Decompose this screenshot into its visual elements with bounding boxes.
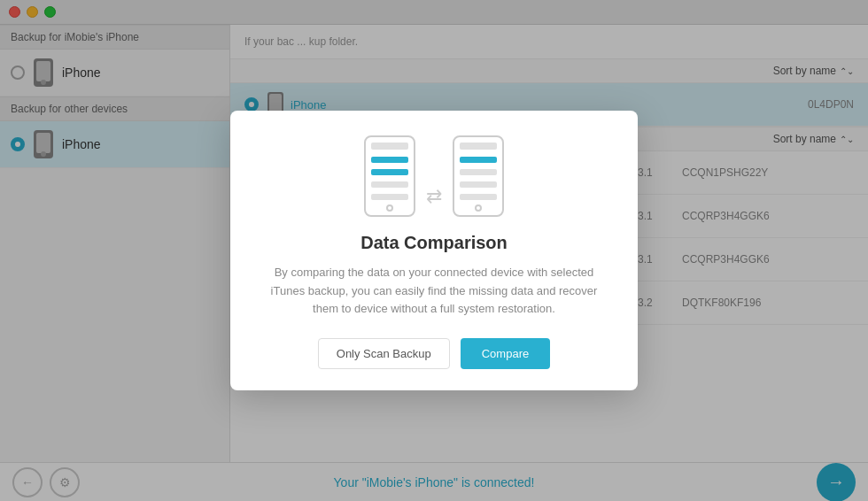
compare-arrow-icon: ⇄ — [426, 185, 442, 217]
modal-title: Data Comparison — [259, 233, 609, 253]
scan-only-button[interactable]: Only Scan Backup — [318, 338, 450, 369]
phone-left-container — [364, 135, 415, 217]
modal-dialog: ⇄ Data Comparison By comparing the data … — [230, 111, 638, 390]
compare-button[interactable]: Compare — [461, 338, 550, 369]
modal-buttons: Only Scan Backup Compare — [259, 338, 609, 369]
modal-illustration: ⇄ — [259, 135, 609, 217]
phone-left — [364, 135, 415, 217]
phone-right — [453, 135, 504, 217]
phone-right-container — [453, 135, 504, 217]
modal-description: By comparing the data on your connected … — [259, 264, 609, 319]
modal-overlay: ⇄ Data Comparison By comparing the data … — [0, 0, 868, 501]
